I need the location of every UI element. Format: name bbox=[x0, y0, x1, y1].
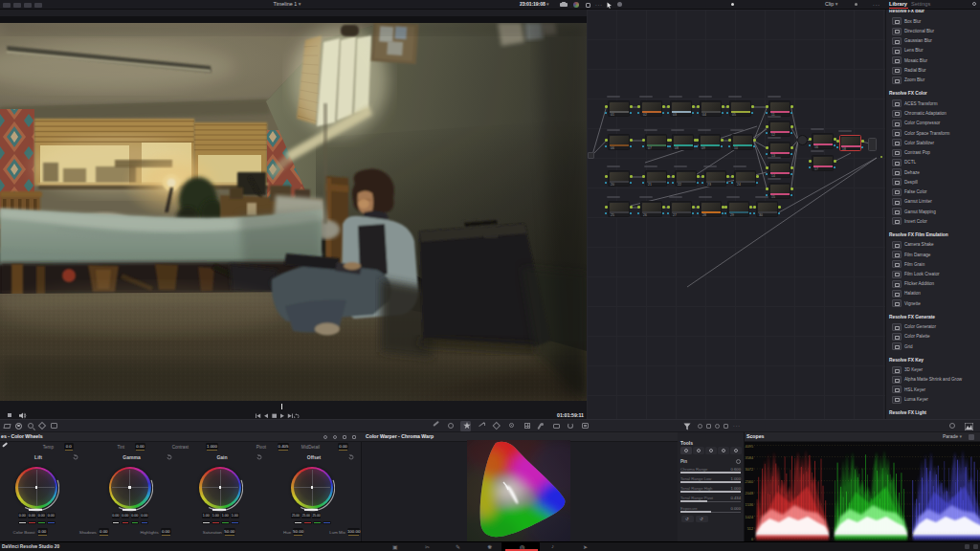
svg-text:512: 512 bbox=[747, 527, 753, 531]
svg-text:2048: 2048 bbox=[746, 492, 753, 496]
svg-text:1536: 1536 bbox=[746, 503, 753, 507]
svg-text:2560: 2560 bbox=[746, 479, 753, 483]
svg-text:3584: 3584 bbox=[746, 455, 753, 459]
svg-text:1024: 1024 bbox=[746, 515, 753, 518]
svg-text:3072: 3072 bbox=[746, 468, 753, 472]
svg-text:4095: 4095 bbox=[746, 444, 753, 448]
